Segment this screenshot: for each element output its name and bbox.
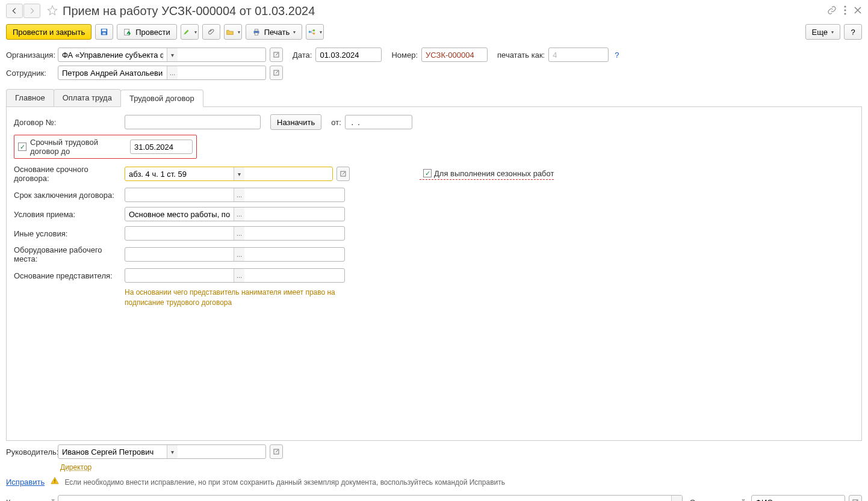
employee-input[interactable]: [58, 66, 167, 79]
more-label: Еще: [812, 28, 828, 37]
footer: Руководитель: ▾ Директор Исправить Если …: [0, 441, 868, 493]
print-as-input[interactable]: [549, 48, 609, 61]
print-label: Печать: [264, 28, 290, 37]
print-button[interactable]: Печать ▾: [246, 24, 303, 40]
toolbar: Провести и закрыть Провести ▾ ▾ Печать ▾…: [0, 22, 868, 46]
from-date-input[interactable]: [346, 115, 412, 129]
dropdown-icon[interactable]: ▾: [167, 48, 178, 61]
svg-point-0: [844, 5, 846, 7]
open-icon: [273, 449, 279, 455]
relation-icon: [308, 28, 316, 36]
save-button[interactable]: [95, 24, 113, 40]
basis-input[interactable]: [125, 167, 234, 180]
open-ref-button[interactable]: [336, 167, 350, 181]
link-icon[interactable]: [827, 5, 837, 17]
seasonal-label: Для выполнения сезонных работ: [434, 169, 554, 178]
ellipsis-button[interactable]: …: [234, 269, 244, 282]
term-input[interactable]: [125, 188, 234, 201]
term-label: Срок заключения договора:: [14, 191, 121, 200]
more-button[interactable]: Еще ▾: [805, 24, 840, 40]
svg-rect-8: [255, 29, 258, 31]
responsible-input[interactable]: [752, 496, 845, 501]
highlight-button[interactable]: ▾: [181, 24, 199, 40]
svg-point-12: [313, 32, 315, 35]
open-ref-button[interactable]: [270, 444, 283, 459]
titlebar: Прием на работу УСЗК-000004 от 01.03.202…: [0, 0, 868, 22]
page-title: Прием на работу УСЗК-000004 от 01.03.202…: [63, 4, 315, 18]
equipment-label: Оборудование рабочего места:: [14, 245, 121, 263]
basis-label: Основание срочного договора:: [14, 165, 121, 183]
help-button[interactable]: ?: [844, 24, 862, 40]
titlebar-actions: [827, 5, 862, 17]
contract-number-label: Договор №:: [14, 118, 121, 127]
floppy-icon: [100, 28, 108, 36]
conditions-input[interactable]: [125, 207, 234, 221]
svg-point-1: [844, 9, 846, 11]
help-hint-icon[interactable]: ?: [615, 51, 619, 60]
ellipsis-button[interactable]: …: [234, 248, 244, 261]
ellipsis-button[interactable]: …: [234, 188, 244, 201]
manager-label: Руководитель:: [6, 447, 54, 456]
contract-number-input[interactable]: [125, 115, 234, 129]
folder-icon: [226, 28, 234, 36]
representative-label: Основание представителя:: [14, 271, 121, 280]
equipment-input[interactable]: [125, 248, 234, 261]
folder-button[interactable]: ▾: [224, 24, 242, 40]
correct-link[interactable]: Исправить: [6, 478, 45, 487]
printer-icon: [252, 28, 261, 36]
tab-main[interactable]: Главное: [6, 89, 54, 106]
nav-forward-button[interactable]: [23, 4, 40, 18]
ellipsis-button[interactable]: …: [234, 207, 244, 221]
svg-rect-20: [54, 479, 55, 482]
fixed-term-date-input[interactable]: [131, 140, 193, 153]
marker-icon: [182, 28, 191, 36]
header-form: Организация: ▾ Дата: Номер: печатать как…: [0, 46, 868, 85]
representative-hint: На основании чего представитель нанимате…: [125, 287, 341, 308]
organization-input[interactable]: [58, 48, 167, 61]
organization-label: Организация:: [6, 51, 54, 60]
date-input[interactable]: [316, 48, 382, 61]
seasonal-checkbox[interactable]: ✓: [423, 169, 432, 177]
manager-position[interactable]: Директор: [60, 463, 91, 472]
dropdown-icon[interactable]: ▾: [167, 445, 178, 458]
comment-input[interactable]: [58, 496, 671, 501]
fixed-term-checkbox[interactable]: ✓: [18, 143, 26, 151]
seasonal-group: ✓ Для выполнения сезонных работ: [420, 168, 554, 180]
arrow-right-icon: [28, 7, 36, 15]
other-input[interactable]: [125, 227, 234, 240]
open-ref-button[interactable]: [270, 48, 283, 62]
paperclip-icon: [207, 28, 215, 36]
bottom-bar: Комментарий: … Ответственный: ▾: [0, 493, 868, 501]
favorite-icon[interactable]: [47, 5, 58, 17]
contract-panel: Договор №: Назначить от: ✓ Срочный трудо…: [6, 107, 862, 441]
dropdown-icon[interactable]: ▾: [234, 167, 244, 180]
ellipsis-button[interactable]: …: [167, 66, 178, 79]
close-icon[interactable]: [854, 6, 862, 16]
nav-back-button[interactable]: [6, 4, 23, 18]
post-button[interactable]: Провести: [117, 24, 177, 40]
manager-input[interactable]: [58, 445, 167, 458]
post-icon: [123, 28, 132, 36]
open-icon: [273, 70, 279, 76]
number-label: Номер:: [391, 51, 418, 60]
representative-input[interactable]: [125, 269, 234, 282]
tab-payment[interactable]: Оплата труда: [54, 89, 121, 106]
from-label: от:: [331, 118, 341, 127]
svg-point-11: [313, 29, 315, 32]
assign-button[interactable]: Назначить: [270, 114, 321, 130]
ellipsis-button[interactable]: …: [671, 496, 682, 501]
ellipsis-button[interactable]: …: [234, 227, 244, 240]
open-ref-button[interactable]: [270, 66, 283, 80]
svg-rect-4: [102, 29, 107, 32]
tab-contract[interactable]: Трудовой договор: [120, 90, 203, 107]
post-and-close-button[interactable]: Провести и закрыть: [6, 24, 91, 40]
fixed-term-label: Срочный трудовой договор до: [30, 138, 126, 156]
open-ref-button[interactable]: [849, 495, 862, 501]
attach-button[interactable]: [202, 24, 220, 40]
comment-label: Комментарий:: [6, 498, 54, 502]
related-button[interactable]: ▾: [306, 24, 324, 40]
conditions-label: Условия приема:: [14, 210, 121, 219]
number-input[interactable]: [422, 48, 488, 61]
kebab-menu-icon[interactable]: [844, 5, 846, 17]
svg-point-2: [844, 13, 846, 14]
